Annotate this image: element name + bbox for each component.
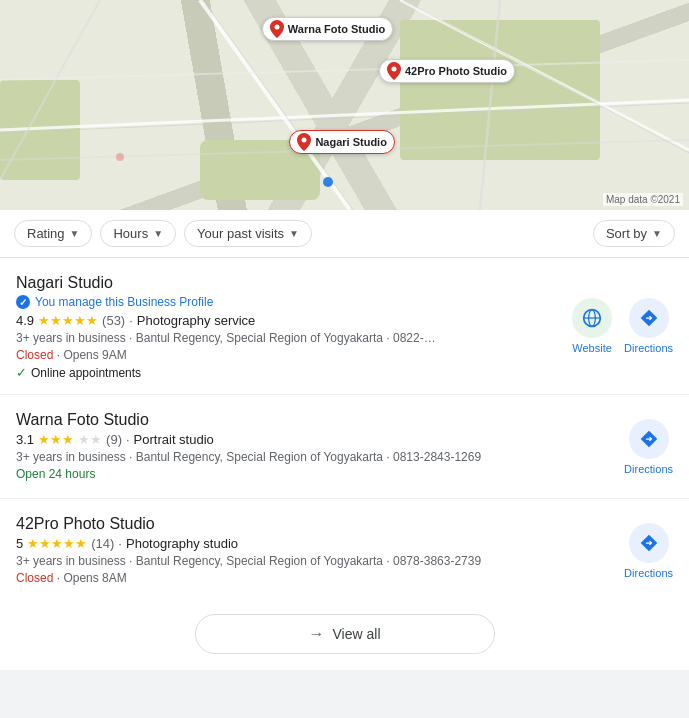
result-42pro-photo-studio: 42Pro Photo Studio 5 ★★★★★ (14) · Photog… [0,499,689,602]
svg-line-4 [0,0,100,180]
directions-button-42pro[interactable]: Directions [624,523,673,579]
result-status: Closed · Opens 8AM [16,571,673,585]
map-copyright: Map data ©2021 [603,193,683,206]
svg-point-10 [116,153,124,161]
result-status: Open 24 hours [16,467,673,481]
chevron-down-icon: ▼ [70,228,80,239]
result-name[interactable]: 42Pro Photo Studio [16,515,673,533]
chevron-down-icon: ▼ [153,228,163,239]
directions-icon-circle [629,298,669,338]
website-icon-circle [572,298,612,338]
rating-value: 3.1 [16,432,34,447]
directions-button-nagari[interactable]: Directions [624,298,673,354]
result-rating: 3.1 ★★★★★ (9) · Portrait studio [16,432,673,447]
website-label: Website [572,342,612,354]
review-count: (14) [91,536,114,551]
stars: ★★★★★ [27,536,87,551]
directions-icon-circle [629,419,669,459]
result-meta: 3+ years in business · Bantul Regency, S… [16,554,673,568]
managed-icon: ✓ [16,295,30,309]
svg-line-8 [480,0,500,210]
stars: ★★★★★ [38,313,98,328]
directions-label: Directions [624,567,673,579]
svg-line-0 [0,100,689,130]
svg-point-14 [302,138,307,143]
stars: ★★★ [38,432,74,447]
result-name[interactable]: Warna Foto Studio [16,411,673,429]
filter-rating[interactable]: Rating ▼ [14,220,92,247]
rating-value: 4.9 [16,313,34,328]
map-area[interactable]: Warna Foto Studio 42Pro Photo Studio Nag… [0,0,689,210]
result-name[interactable]: Nagari Studio [16,274,673,292]
filter-past-visits[interactable]: Your past visits ▼ [184,220,312,247]
chevron-down-icon: ▼ [652,228,662,239]
review-count: (9) [106,432,122,447]
filters-bar: Rating ▼ Hours ▼ Your past visits ▼ Sort… [0,210,689,258]
svg-line-1 [0,103,689,133]
result-feature: ✓ Online appointments [16,365,673,380]
result-actions: Directions [624,419,673,475]
view-all-label: View all [333,626,381,642]
result-nagari-studio: Nagari Studio ✓ You manage this Business… [0,258,689,395]
svg-point-11 [323,177,333,187]
directions-icon-circle [629,523,669,563]
check-icon: ✓ [16,365,27,380]
filter-hours[interactable]: Hours ▼ [100,220,176,247]
result-meta: 3+ years in business · Bantul Regency, S… [16,450,673,464]
website-button[interactable]: Website [572,298,612,354]
result-actions: Website Directions [572,298,673,354]
review-count: (53) [102,313,125,328]
results-list: Nagari Studio ✓ You manage this Business… [0,258,689,602]
view-all-container: → View all [0,602,689,670]
result-rating: 5 ★★★★★ (14) · Photography studio [16,536,673,551]
rating-value: 5 [16,536,23,551]
directions-label: Directions [624,342,673,354]
map-pin-warna[interactable]: Warna Foto Studio [262,17,393,41]
empty-stars: ★★ [78,432,102,447]
sort-by-chip[interactable]: Sort by ▼ [593,220,675,247]
category: Portrait studio [134,432,214,447]
svg-point-13 [391,66,396,71]
directions-label: Directions [624,463,673,475]
category: Photography service [137,313,256,328]
category: Photography studio [126,536,238,551]
map-pin-42pro[interactable]: 42Pro Photo Studio [379,59,515,83]
map-pin-nagari[interactable]: Nagari Studio [289,130,395,154]
result-actions: Directions [624,523,673,579]
view-all-button[interactable]: → View all [195,614,495,654]
svg-line-7 [0,60,689,80]
directions-button-warna[interactable]: Directions [624,419,673,475]
arrow-right-icon: → [309,625,325,643]
svg-point-12 [274,24,279,29]
result-warna-foto-studio: Warna Foto Studio 3.1 ★★★★★ (9) · Portra… [0,395,689,499]
chevron-down-icon: ▼ [289,228,299,239]
